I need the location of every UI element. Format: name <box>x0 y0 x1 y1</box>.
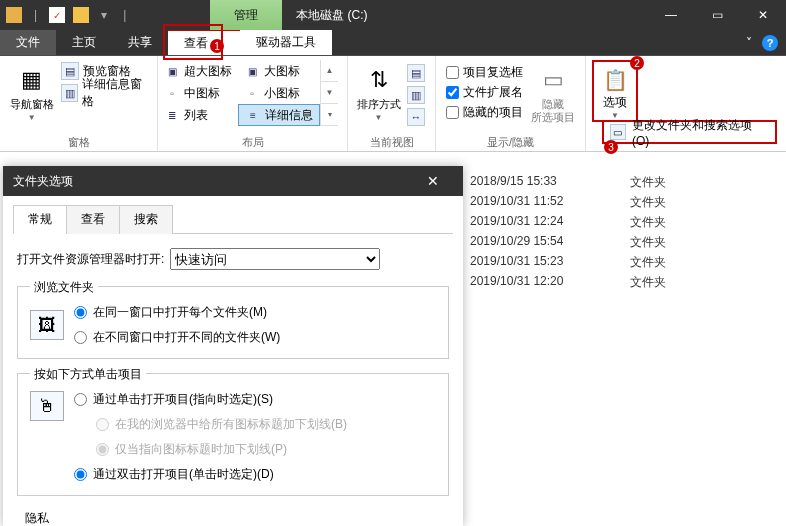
layout-small-icons[interactable]: ▫小图标 <box>238 82 320 104</box>
columns-icon: ▥ <box>407 86 425 104</box>
layout-medium-icons[interactable]: ▫中图标 <box>158 82 238 104</box>
dialog-titlebar: 文件夹选项 ✕ <box>3 166 463 196</box>
folder-options-dialog: 文件夹选项 ✕ 常规 查看 搜索 打开文件资源管理器时打开: 快速访问 浏览文件… <box>3 166 463 526</box>
collapse-ribbon-icon[interactable]: ˅ <box>746 36 752 50</box>
add-columns-button[interactable]: ▥ <box>403 84 429 106</box>
layout-xl-icons[interactable]: ▣超大图标 <box>158 60 238 82</box>
file-ext-toggle[interactable]: 文件扩展名 <box>442 82 527 102</box>
group-label: 显示/隐藏 <box>436 135 585 151</box>
table-row[interactable]: 2019/10/31 11:52文件夹 <box>470 194 690 211</box>
layout-gallery[interactable]: ▣超大图标 ▣大图标 ▫中图标 ▫小图标 ≣列表 ≡详细信息 <box>158 60 320 126</box>
dialog-body: 常规 查看 搜索 打开文件资源管理器时打开: 快速访问 浏览文件夹 🖼 在同一窗… <box>3 196 463 526</box>
tab-drive-tools[interactable]: 驱动器工具 <box>240 30 332 55</box>
close-button[interactable]: ✕ <box>740 0 786 30</box>
sort-icon: ⇅ <box>363 64 395 96</box>
contextual-tab-label: 管理 <box>210 0 282 30</box>
nav-pane-icon: ▦ <box>16 64 48 96</box>
separator: | <box>119 8 130 22</box>
item-checkboxes-toggle[interactable]: 项目复选框 <box>442 62 527 82</box>
click-items-fieldset: 按如下方式单击项目 🖱 通过单击打开项目(指向时选定)(S) 在我的浏览器中给所… <box>17 373 449 496</box>
app-icon <box>6 7 22 23</box>
annotation-1: 1 <box>210 39 224 53</box>
separator: | <box>30 8 41 22</box>
group-label: 当前视图 <box>348 135 435 151</box>
click-icon: 🖱 <box>30 391 64 421</box>
options-label: 选项 <box>603 94 627 111</box>
table-row[interactable]: 2019/10/31 12:20文件夹 <box>470 274 690 291</box>
ribbon-right: ˅ ? <box>746 30 786 55</box>
open-explorer-label: 打开文件资源管理器时打开: <box>17 251 164 268</box>
hidden-items-toggle[interactable]: 隐藏的项目 <box>442 102 527 122</box>
single-click-radio[interactable]: 通过单击打开项目(指向时选定)(S) <box>74 391 347 408</box>
minimize-button[interactable]: — <box>648 0 694 30</box>
underline-point-radio: 仅当指向图标标题时加下划线(P) <box>96 441 347 458</box>
browse-icon: 🖼 <box>30 310 64 340</box>
annotation-3: 3 <box>604 140 618 154</box>
table-row[interactable]: 2018/9/15 15:33文件夹 <box>470 174 690 191</box>
dialog-tab-view[interactable]: 查看 <box>66 205 120 234</box>
layout-list[interactable]: ≣列表 <box>158 104 238 126</box>
details-pane-icon: ▥ <box>61 84 77 102</box>
click-legend: 按如下方式单击项目 <box>30 366 146 383</box>
hide-icon: ▭ <box>537 64 569 96</box>
browse-new-window-radio[interactable]: 在不同窗口中打开不同的文件夹(W) <box>74 329 280 346</box>
size-columns-button[interactable]: ↔ <box>403 106 429 128</box>
group-label: 窗格 <box>0 135 157 151</box>
underline-browser-radio: 在我的浏览器中给所有图标标题加下划线(B) <box>96 416 347 433</box>
details-pane-button[interactable]: ▥详细信息窗格 <box>57 82 151 104</box>
sort-by-button[interactable]: ⇅ 排序方式 ▼ <box>354 60 403 122</box>
dialog-tab-general[interactable]: 常规 <box>13 205 67 234</box>
table-row[interactable]: 2019/10/31 12:24文件夹 <box>470 214 690 231</box>
browse-legend: 浏览文件夹 <box>30 279 98 296</box>
details-pane-label: 详细信息窗格 <box>82 76 147 110</box>
titlebar: | ✓ ▾ | 管理 本地磁盘 (C:) — ▭ ✕ <box>0 0 786 30</box>
tab-home[interactable]: 主页 <box>56 30 112 55</box>
dialog-content: 打开文件资源管理器时打开: 快速访问 浏览文件夹 🖼 在同一窗口中打开每个文件夹… <box>13 234 453 526</box>
folder-search-icon: ▭ <box>610 124 626 140</box>
window-title: 本地磁盘 (C:) <box>296 7 367 24</box>
group-layout: ▣超大图标 ▣大图标 ▫中图标 ▫小图标 ≣列表 ≡详细信息 ▲▼▾ 布局 <box>158 56 348 151</box>
layout-scroll[interactable]: ▲▼▾ <box>320 60 338 126</box>
dialog-tabs: 常规 查看 搜索 <box>13 204 453 234</box>
dialog-tab-search[interactable]: 搜索 <box>119 205 173 234</box>
privacy-fieldset: 隐私 <box>17 510 449 526</box>
properties-icon[interactable]: ✓ <box>49 7 65 23</box>
maximize-button[interactable]: ▭ <box>694 0 740 30</box>
chevron-down-icon: ▼ <box>28 113 36 122</box>
qat-dropdown-icon[interactable]: ▾ <box>97 8 111 22</box>
window-controls: — ▭ ✕ <box>648 0 786 30</box>
sort-label: 排序方式 <box>357 98 401 111</box>
table-row[interactable]: 2019/10/31 15:23文件夹 <box>470 254 690 271</box>
nav-pane-button[interactable]: ▦ 导航窗格 ▼ <box>6 60 57 122</box>
ribbon-tabs: 文件 主页 共享 查看1 驱动器工具 ˅ ? <box>0 30 786 56</box>
tab-share[interactable]: 共享 <box>112 30 168 55</box>
tab-file[interactable]: 文件 <box>0 30 56 55</box>
change-folder-search-options[interactable]: ▭ 更改文件夹和搜索选项(O) <box>602 120 777 144</box>
privacy-legend: 隐私 <box>25 511 49 525</box>
options-button[interactable]: 📋 选项 ▼ <box>592 60 638 122</box>
open-explorer-select[interactable]: 快速访问 <box>170 248 380 270</box>
help-icon[interactable]: ? <box>762 35 778 51</box>
group-show-hide: 项目复选框 文件扩展名 隐藏的项目 ▭ 隐藏 所选项目 显示/隐藏 <box>436 56 586 151</box>
dialog-title-text: 文件夹选项 <box>13 173 73 190</box>
nav-pane-label: 导航窗格 <box>10 98 54 111</box>
group-current-view: ⇅ 排序方式 ▼ ▤ ▥ ↔ 当前视图 <box>348 56 436 151</box>
change-folder-search-label: 更改文件夹和搜索选项(O) <box>632 117 769 148</box>
hide-selected-button[interactable]: ▭ 隐藏 所选项目 <box>527 60 579 124</box>
dialog-close-button[interactable]: ✕ <box>413 166 453 196</box>
double-click-radio[interactable]: 通过双击打开项目(单击时选定)(D) <box>74 466 347 483</box>
preview-pane-icon: ▤ <box>61 62 79 80</box>
table-row[interactable]: 2019/10/29 15:54文件夹 <box>470 234 690 251</box>
browse-folders-fieldset: 浏览文件夹 🖼 在同一窗口中打开每个文件夹(M) 在不同窗口中打开不同的文件夹(… <box>17 286 449 359</box>
tab-view[interactable]: 查看1 <box>168 30 240 55</box>
fit-icon: ↔ <box>407 108 425 126</box>
quick-access-toolbar: | ✓ ▾ | <box>0 7 130 23</box>
group-panes: ▦ 导航窗格 ▼ ▤预览窗格 ▥详细信息窗格 窗格 <box>0 56 158 151</box>
layout-details[interactable]: ≡详细信息 <box>238 104 320 126</box>
group-label: 布局 <box>158 135 347 151</box>
layout-large-icons[interactable]: ▣大图标 <box>238 60 320 82</box>
browse-same-window-radio[interactable]: 在同一窗口中打开每个文件夹(M) <box>74 304 280 321</box>
group-by-button[interactable]: ▤ <box>403 62 429 84</box>
annotation-2: 2 <box>630 56 644 70</box>
new-folder-icon[interactable] <box>73 7 89 23</box>
